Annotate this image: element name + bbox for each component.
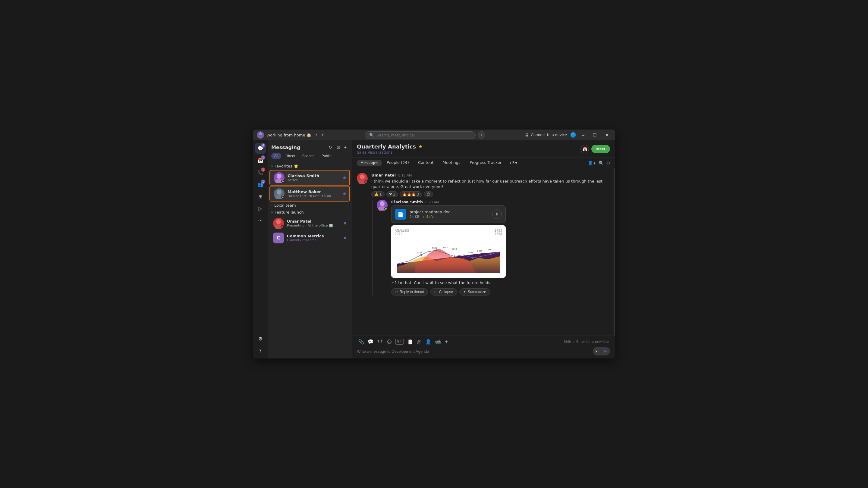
settings-tab-icon[interactable]: ⚙ <box>606 161 610 165</box>
filter-tab-spaces[interactable]: Spaces <box>299 153 317 159</box>
meet-button[interactable]: Meet <box>591 145 610 153</box>
calls-badge: 1 <box>261 167 265 172</box>
gif-icon[interactable]: GIF <box>396 339 403 345</box>
emoji-icon[interactable]: 😊 <box>387 339 392 345</box>
download-button[interactable]: ⬇ <box>492 209 502 219</box>
filter-button[interactable]: ⊠ <box>335 144 341 151</box>
nav-forward-button[interactable]: › <box>320 132 325 138</box>
reaction-thumbs[interactable]: 👍1 <box>371 191 384 197</box>
svg-text:5642: 5642 <box>442 247 448 249</box>
filter-tab-public[interactable]: Public <box>318 153 335 159</box>
chart-value1: 2493 <box>495 229 502 232</box>
matthew-avatar: – <box>274 188 284 199</box>
sidebar-item-settings[interactable]: ⚙ <box>255 333 266 344</box>
minimize-button[interactable]: – <box>580 132 587 138</box>
sidebar-item-teams[interactable]: 👥 1 <box>255 179 266 190</box>
common-metrics-unread <box>344 237 346 239</box>
common-metrics-name: Common Metrics <box>287 234 341 238</box>
star-icon[interactable]: ★ <box>418 144 423 150</box>
sidebar-item-help[interactable]: ? <box>255 345 266 356</box>
ai-icon[interactable]: ✦ <box>444 339 448 345</box>
maximize-button[interactable]: ☐ <box>590 132 599 138</box>
add-people-icon[interactable]: 👤+ <box>588 161 596 165</box>
refresh-button[interactable]: ↻ <box>327 144 334 151</box>
reply-to-thread-button[interactable]: ↩ Reply to thread <box>391 288 428 295</box>
file-attachment: 📄 project-roadmap.doc 24 KB · ✔ Safe <box>391 205 506 223</box>
filter-tab-direct[interactable]: Direct <box>282 153 298 159</box>
contact-matthew[interactable]: – Matthew Baker Do Not Disturb until 16:… <box>270 186 350 201</box>
compose-button[interactable]: + <box>343 144 348 151</box>
tab-meetings[interactable]: Meetings <box>438 158 465 168</box>
contact-common-metrics[interactable]: C Common Metrics Usability research <box>270 231 350 245</box>
reaction-fire[interactable]: 🔥🔥🔥3 <box>400 191 422 197</box>
messages-area: Umar Patel 8:12 AM I think we should all… <box>352 168 615 335</box>
add-button[interactable]: + <box>478 131 485 138</box>
svg-point-17 <box>454 255 456 257</box>
contact-clarissa[interactable]: Clarissa Smith Active <box>270 170 350 186</box>
calendar-button[interactable]: 📅 <box>581 145 589 153</box>
search-tab-icon[interactable]: 🔍 <box>598 161 604 165</box>
more-tabs-button[interactable]: +3 ▾ <box>506 158 520 167</box>
chat-tabs: Messages People (24) Content Meetings Pr… <box>352 158 615 168</box>
svg-point-18 <box>472 257 473 259</box>
person-icon[interactable]: 👤 <box>425 339 431 345</box>
collapse-button[interactable]: ⊟ Collapse <box>430 288 457 295</box>
chat-toolbar-icon[interactable]: 💬 <box>368 339 374 345</box>
reaction-heart[interactable]: ❤️1 <box>386 191 398 197</box>
umar-msg-status <box>364 181 367 184</box>
common-metrics-info: Common Metrics Usability research <box>287 234 341 242</box>
chart-right-labels: 2493 7658 <box>495 229 502 235</box>
send-down-button[interactable]: ▾ <box>593 347 600 355</box>
reply-icon: ↩ <box>395 290 398 294</box>
reaction-smile[interactable]: 😊 <box>424 191 433 197</box>
nav-back-button[interactable]: ‹ <box>314 132 319 138</box>
chart-preview: ANALYSIS 2014 2493 7658 <box>391 225 506 278</box>
connect-label: Connect to a device <box>531 133 567 137</box>
umar-unread <box>344 222 346 224</box>
tab-people[interactable]: People (24) <box>382 158 413 168</box>
matthew-name: Matthew Baker <box>287 190 340 194</box>
user-avatar[interactable] <box>257 131 264 138</box>
umar-status-dot <box>281 225 284 228</box>
title-bar-left: Working from home 🏠 ‹ › <box>257 131 325 138</box>
tab-progress-tracker[interactable]: Progress Tracker <box>465 158 506 168</box>
activity-icon: ▷ <box>258 206 262 212</box>
sidebar-icons: 💬 4 📅 1 📞 1 👥 1 ⊞ ▷ ··· <box>253 140 268 358</box>
svg-text:2495: 2495 <box>399 264 404 267</box>
sidebar-item-calendar[interactable]: 📅 1 <box>255 155 266 166</box>
section-feature-launch[interactable]: ▾ Feature launch <box>268 209 352 216</box>
message-input[interactable] <box>357 349 591 354</box>
clarissa-thread-avatar <box>377 200 388 210</box>
send-button[interactable]: ➤ <box>600 347 610 355</box>
scroll-track[interactable] <box>614 168 615 335</box>
thread-reply: Clarissa Smith 8:28 AM 📄 project-roadmap… <box>373 200 610 295</box>
mention-icon[interactable]: @ <box>417 339 422 345</box>
sidebar-item-calls[interactable]: 📞 1 <box>255 167 266 178</box>
sidebar-item-apps[interactable]: ⊞ <box>255 191 266 202</box>
apps-icon: ⊞ <box>258 194 262 199</box>
tab-messages[interactable]: Messages <box>357 160 382 166</box>
nav-buttons: ‹ › <box>314 132 326 138</box>
sidebar-item-activity[interactable]: ▷ <box>255 203 266 214</box>
sidebar-item-more[interactable]: ··· <box>255 215 266 226</box>
section-local-team[interactable]: › Local team <box>268 202 352 209</box>
close-button[interactable]: ✕ <box>603 132 611 138</box>
messaging-header: Messaging ↻ ⊠ + <box>268 140 352 153</box>
summarize-button[interactable]: ✦ Summarize <box>459 288 490 295</box>
help-icon: ? <box>259 348 262 354</box>
contact-umar[interactable]: Umar Patel Presenting · At the office 🏢 <box>270 216 350 230</box>
collapse-label: Collapse <box>439 290 453 294</box>
connect-device-button[interactable]: 🖥 Connect to a device <box>525 133 567 137</box>
summarize-icon: ✦ <box>463 290 466 294</box>
sticker-icon[interactable]: 📋 <box>407 339 413 345</box>
summarize-label: Summarize <box>468 290 486 294</box>
tab-content[interactable]: Content <box>414 158 438 168</box>
format-icon[interactable]: T↑ <box>377 339 383 345</box>
section-favorites[interactable]: ▾ Favorites ⭐ <box>268 163 352 170</box>
search-input[interactable] <box>376 133 471 137</box>
svg-point-6 <box>276 219 281 224</box>
filter-tab-all[interactable]: All <box>271 153 281 159</box>
sidebar-item-chat[interactable]: 💬 4 <box>255 143 266 154</box>
attach-icon[interactable]: 📎 <box>358 339 364 345</box>
video-icon[interactable]: 📹 <box>435 339 441 345</box>
